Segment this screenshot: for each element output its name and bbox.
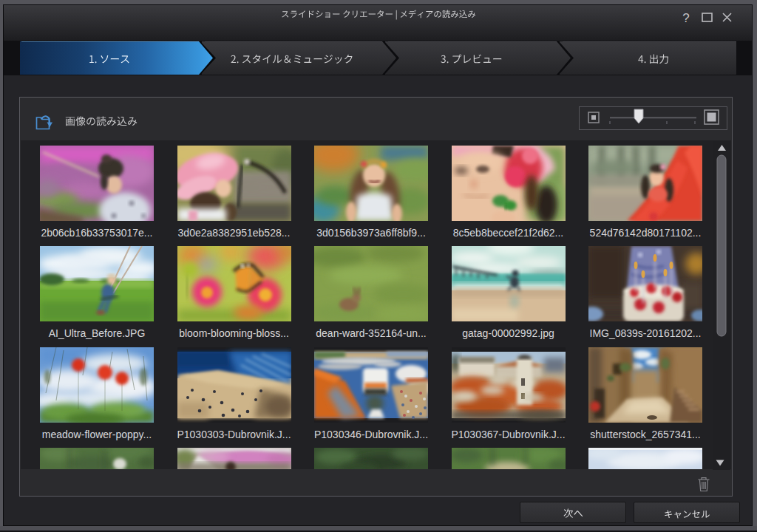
svg-text:?: ? xyxy=(682,11,689,25)
